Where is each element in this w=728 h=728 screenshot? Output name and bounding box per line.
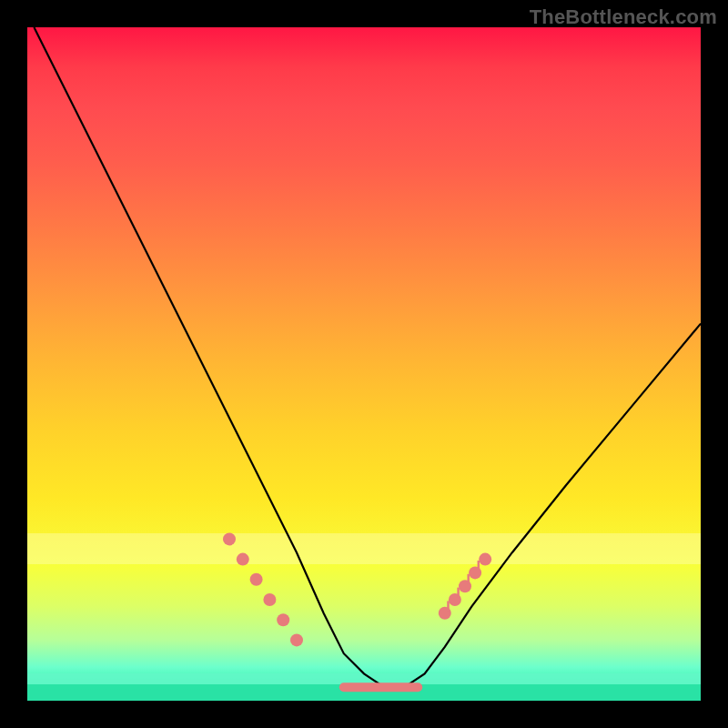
chart-frame: TheBottleneck.com — [0, 0, 728, 728]
curve-marker — [237, 553, 249, 566]
curve-marker — [277, 613, 289, 626]
bottleneck-curve — [34, 27, 701, 687]
left-marker-cluster — [223, 532, 303, 646]
curve-marker — [223, 532, 236, 545]
curve-marker — [263, 593, 276, 606]
plot-area — [27, 27, 701, 701]
chart-overlay-svg — [27, 27, 701, 701]
curve-marker — [250, 573, 263, 586]
curve-marker — [290, 633, 303, 646]
watermark-text: TheBottleneck.com — [530, 5, 717, 29]
curve-marker — [479, 553, 491, 566]
right-marker-cluster — [439, 553, 491, 620]
